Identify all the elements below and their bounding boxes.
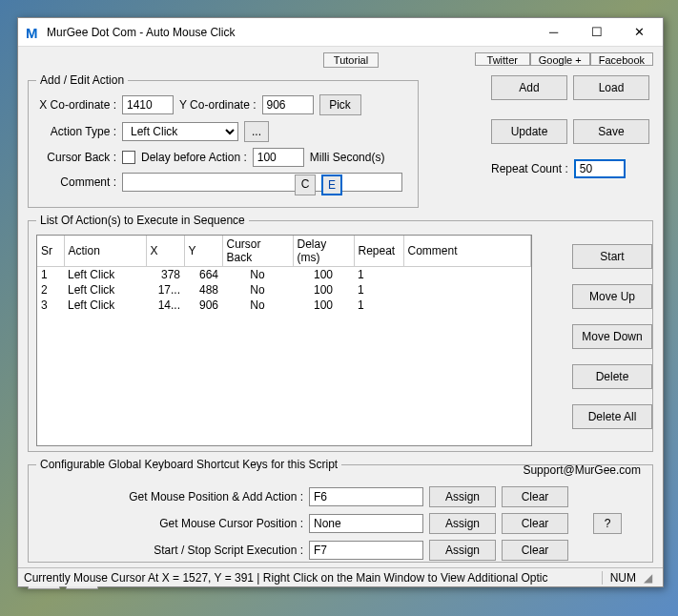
shortcut-cursor-pos-label: Get Mouse Cursor Position : xyxy=(93,517,303,530)
comment-input[interactable] xyxy=(122,173,402,192)
actions-table[interactable]: Sr Action X Y Cursor Back Delay (ms) Rep… xyxy=(36,235,532,446)
delete-button[interactable]: Delete xyxy=(572,364,652,389)
facebook-link[interactable]: Facebook xyxy=(590,52,653,66)
assign-add-action[interactable]: Assign xyxy=(429,486,496,507)
col-x[interactable]: X xyxy=(146,236,184,267)
shortcuts-fieldset: Configurable Global Keyboard Shortcut Ke… xyxy=(28,458,653,563)
action-type-select[interactable]: Left Click xyxy=(122,122,238,141)
status-num: NUM xyxy=(602,571,644,585)
list-legend: List Of Action(s) to Execute in Sequence xyxy=(36,214,249,227)
col-sr[interactable]: Sr xyxy=(37,236,64,267)
window-title: MurGee Dot Com - Auto Mouse Click xyxy=(47,26,532,39)
shortcut-cursor-pos-input[interactable] xyxy=(309,514,423,533)
titlebar[interactable]: M MurGee Dot Com - Auto Mouse Click ─ ☐ … xyxy=(18,18,663,47)
x-coord-label: X Co-ordinate : xyxy=(36,98,116,112)
delay-input[interactable] xyxy=(253,148,304,167)
update-button[interactable]: Update xyxy=(491,119,567,144)
e-button[interactable]: E xyxy=(321,175,342,195)
repeat-count-label: Repeat Count : xyxy=(491,162,568,175)
shortcut-start-stop-input[interactable] xyxy=(309,541,423,560)
clear-start-stop[interactable]: Clear xyxy=(502,540,568,561)
statusbar: Currently Mouse Cursor At X = 1527, Y = … xyxy=(18,567,663,586)
col-action[interactable]: Action xyxy=(64,236,146,267)
app-icon: M xyxy=(26,25,41,40)
google-plus-link[interactable]: Google + xyxy=(530,52,590,66)
clear-cursor-pos[interactable]: Clear xyxy=(502,513,568,534)
support-email[interactable]: Support@MurGee.com xyxy=(523,463,641,477)
minimize-button[interactable]: ─ xyxy=(532,19,575,46)
cursor-back-label: Cursor Back : xyxy=(36,151,116,164)
repeat-count-input[interactable] xyxy=(574,159,626,178)
shortcut-add-action-label: Get Mouse Position & Add Action : xyxy=(93,490,303,503)
shortcuts-legend: Configurable Global Keyboard Shortcut Ke… xyxy=(36,458,341,471)
move-up-button[interactable]: Move Up xyxy=(572,284,652,309)
action-ellipsis-button[interactable]: ... xyxy=(244,121,269,142)
col-comment[interactable]: Comment xyxy=(403,236,531,267)
comment-label: Comment : xyxy=(36,175,116,189)
col-repeat[interactable]: Repeat xyxy=(354,236,403,267)
clear-add-action[interactable]: Clear xyxy=(502,486,568,507)
add-edit-legend: Add / Edit Action xyxy=(36,73,128,87)
save-button[interactable]: Save xyxy=(573,119,649,144)
list-fieldset: List Of Action(s) to Execute in Sequence… xyxy=(28,214,653,452)
shortcut-start-stop-label: Start / Stop Script Execution : xyxy=(93,544,303,557)
start-button[interactable]: Start xyxy=(572,244,652,269)
load-button[interactable]: Load xyxy=(573,75,649,100)
action-type-label: Action Type : xyxy=(36,125,116,138)
y-coord-label: Y Co-ordinate : xyxy=(179,98,257,112)
add-button[interactable]: Add xyxy=(491,75,567,100)
y-coord-input[interactable] xyxy=(262,95,314,114)
shortcut-add-action-input[interactable] xyxy=(309,487,423,506)
cursor-back-checkbox[interactable] xyxy=(122,151,135,164)
table-row[interactable]: 1Left Click378664No1001 xyxy=(37,267,531,283)
tutorial-link[interactable]: Tutorial xyxy=(323,52,379,68)
delete-all-button[interactable]: Delete All xyxy=(572,404,652,429)
resize-grip-icon[interactable]: ◢ xyxy=(644,571,657,585)
app-window: M MurGee Dot Com - Auto Mouse Click ─ ☐ … xyxy=(17,17,664,587)
table-row[interactable]: 2Left Click17...488No1001 xyxy=(37,282,531,298)
pick-button[interactable]: Pick xyxy=(319,94,361,115)
twitter-link[interactable]: Twitter xyxy=(475,52,530,66)
delay-unit: Milli Second(s) xyxy=(310,151,385,164)
help-button[interactable]: ? xyxy=(593,513,622,534)
x-coord-input[interactable] xyxy=(122,95,174,114)
col-delay[interactable]: Delay (ms) xyxy=(293,236,354,267)
assign-start-stop[interactable]: Assign xyxy=(429,540,496,561)
move-down-button[interactable]: Move Down xyxy=(572,324,652,349)
close-button[interactable]: ✕ xyxy=(618,19,661,46)
status-text: Currently Mouse Cursor At X = 1527, Y = … xyxy=(24,571,602,585)
col-cursor-back[interactable]: Cursor Back xyxy=(222,236,293,267)
table-row[interactable]: 3Left Click14...906No1001 xyxy=(37,298,531,313)
add-edit-fieldset: Add / Edit Action X Co-ordinate : Y Co-o… xyxy=(28,73,419,208)
c-button[interactable]: C xyxy=(295,175,316,195)
col-y[interactable]: Y xyxy=(184,236,222,267)
maximize-button[interactable]: ☐ xyxy=(575,19,618,46)
assign-cursor-pos[interactable]: Assign xyxy=(429,513,496,534)
delay-label: Delay before Action : xyxy=(141,151,247,164)
